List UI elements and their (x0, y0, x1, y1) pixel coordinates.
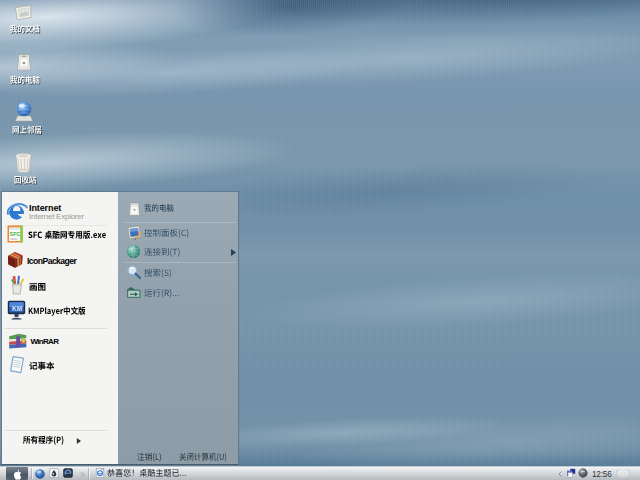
svg-text:KM: KM (12, 305, 22, 312)
svg-text:SFC: SFC (10, 231, 21, 237)
